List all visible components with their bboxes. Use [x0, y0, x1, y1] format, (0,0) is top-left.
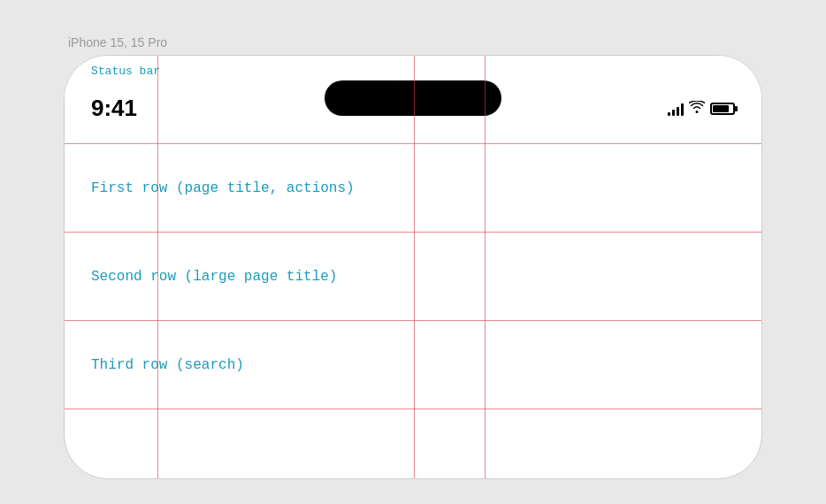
status-bar-label: Status bar	[91, 65, 160, 78]
second-row-label: Second row (large page title)	[91, 269, 337, 285]
battery-icon	[710, 103, 735, 115]
third-row-label: Third row (search)	[91, 357, 244, 373]
signal-bar-4	[681, 103, 684, 116]
wifi-icon	[689, 101, 705, 117]
first-row: First row (page title, actions)	[65, 144, 761, 233]
signal-bar-3	[677, 107, 679, 116]
second-row: Second row (large page title)	[65, 233, 761, 321]
device-label: iPhone 15, 15 Pro	[68, 35, 167, 50]
first-row-label: First row (page title, actions)	[91, 180, 355, 196]
phone-frame: Status bar 9:41	[64, 55, 762, 479]
dynamic-island	[325, 80, 501, 116]
signal-bar-1	[668, 112, 670, 116]
content-area: First row (page title, actions) Second r…	[65, 144, 761, 479]
status-bar: Status bar 9:41	[65, 56, 761, 144]
status-time: 9:41	[91, 95, 137, 122]
status-icons	[668, 101, 735, 117]
third-row: Third row (search)	[65, 321, 761, 409]
fourth-row	[65, 409, 761, 479]
battery-fill	[713, 105, 729, 112]
signal-bar-2	[672, 110, 675, 116]
signal-icon	[668, 102, 684, 116]
